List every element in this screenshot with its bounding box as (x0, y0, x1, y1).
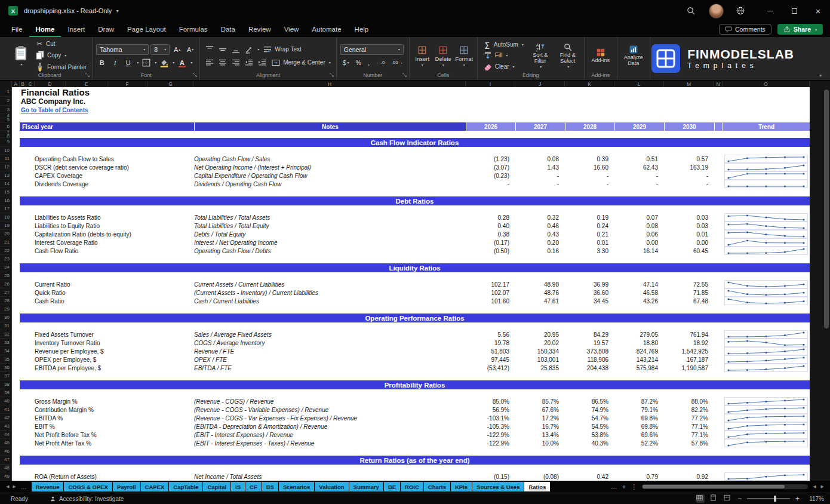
column-header-O[interactable]: O (723, 81, 810, 87)
select-all-corner[interactable] (0, 81, 12, 87)
cell-A46[interactable] (12, 447, 20, 456)
font-color-chevron[interactable]: ▾ (190, 60, 192, 64)
underline-chevron[interactable]: ▾ (137, 60, 139, 64)
row-header-1[interactable]: 1 (0, 87, 12, 97)
cell-A1[interactable] (12, 87, 20, 97)
cell-value-2026[interactable]: 0.38 (466, 230, 515, 238)
cell-value-2029[interactable]: 87.2% (614, 397, 664, 405)
header-fiscal-year[interactable]: Fiscal year (20, 122, 194, 131)
cell-ratio-label[interactable]: Dividends Coverage (20, 180, 194, 188)
row-header-14[interactable]: 14 (0, 180, 12, 188)
cell-value-2029[interactable]: 18.80 (614, 339, 664, 347)
cell-trend[interactable] (723, 238, 810, 247)
row-header-30[interactable]: 30 (0, 314, 12, 322)
cell-ratio-label[interactable]: Inventory Turnover Ratio (20, 339, 194, 347)
cell-ratio-label[interactable]: Capitalization Ratio (debts-to-equity) (20, 230, 194, 238)
excel-app-icon[interactable]: X (8, 6, 18, 16)
section-banner-profitability-ratios[interactable]: Profitability Ratios (20, 380, 810, 389)
row-header-16[interactable]: 16 (0, 196, 12, 205)
row-header-21[interactable]: 21 (0, 238, 12, 247)
cell-ratio-label[interactable]: EBIT % (20, 422, 194, 431)
new-sheet-button[interactable]: + (622, 483, 626, 490)
wrap-text-button[interactable]: Wrap Text (261, 44, 303, 55)
cell-ratio-formula[interactable]: (EBITDA - Depreciation & Amortization) /… (194, 422, 466, 431)
cell-value-2028[interactable]: 74.9% (565, 405, 614, 414)
cell-value-2030[interactable]: 60.45 (664, 247, 714, 255)
row-header-22[interactable]: 22 (0, 247, 12, 255)
cell-A17[interactable] (12, 205, 20, 213)
sheet-menu-icon[interactable]: ⋮ (631, 483, 637, 491)
cell-value-2030[interactable]: 1,190,587 (664, 364, 714, 372)
cell-value-2029[interactable]: 69.8% (614, 422, 664, 431)
cell-value-2029[interactable]: 0.06 (614, 230, 664, 238)
cell-value-2028[interactable]: 54.7% (565, 414, 614, 422)
cell-value-2028[interactable]: 0.21 (565, 230, 614, 238)
decrease-decimal-button[interactable]: .00→ (389, 57, 405, 68)
row-header-43[interactable]: 43 (0, 422, 12, 431)
cell-A34[interactable] (12, 347, 20, 355)
cell-ratio-formula[interactable]: COGS / Average Inventory (194, 339, 466, 347)
cell-value-2029[interactable]: 69.8% (614, 414, 664, 422)
insert-cells-button[interactable]: Insert▾ (413, 45, 432, 67)
cell-ratio-label[interactable]: Gross Margin % (20, 397, 194, 405)
zoom-out-button[interactable]: − (737, 494, 742, 503)
row-header-35[interactable]: 35 (0, 355, 12, 364)
row-header-34[interactable]: 34 (0, 347, 12, 355)
font-name-select[interactable]: Tahoma▾ (96, 44, 149, 55)
cell-ratio-formula[interactable]: (Current Assets - Inventory) / Current L… (194, 288, 466, 297)
cell-value-2027[interactable]: 20.02 (515, 339, 565, 347)
autosum-button[interactable]: ∑AutoSum▾ (481, 40, 525, 50)
cell-A40[interactable] (12, 397, 20, 405)
cell-value-2026[interactable]: 0.40 (466, 222, 515, 230)
menu-tab-view[interactable]: View (278, 21, 306, 37)
search-icon[interactable] (686, 6, 696, 16)
row-header-29[interactable]: 29 (0, 305, 12, 314)
section-banner-liquidity-ratios[interactable]: Liquidity Ratios (20, 263, 810, 272)
page-break-view-button[interactable] (724, 494, 732, 503)
analyze-data-button[interactable]: Analyze Data (621, 45, 646, 67)
globe-icon[interactable] (736, 6, 745, 16)
cell-value-2030[interactable]: 67.48 (664, 297, 714, 305)
cell-A30[interactable] (12, 314, 20, 322)
cell-value-2028[interactable]: - (565, 171, 614, 180)
header-year-2027[interactable]: 2027 (515, 122, 565, 131)
row-header-33[interactable]: 33 (0, 339, 12, 347)
cell-value-2027[interactable]: - (515, 180, 565, 188)
align-middle-button[interactable] (217, 44, 228, 55)
cell-ratio-label[interactable]: Quick Ratio (20, 288, 194, 297)
cell-value-2029[interactable]: 79.1% (614, 405, 664, 414)
cell-value-2028[interactable]: 118,906 (565, 355, 614, 364)
zoom-level[interactable]: 117% (805, 496, 824, 502)
cell-trend[interactable] (723, 171, 810, 180)
cell-A12[interactable] (12, 163, 20, 171)
row-header-39[interactable]: 39 (0, 389, 12, 397)
sheet-tab-cf[interactable]: CF (245, 482, 262, 491)
cell-value-2028[interactable]: 3.30 (565, 247, 614, 255)
cell-trend[interactable] (723, 155, 810, 163)
cell-value-2026[interactable]: 56.9% (466, 405, 515, 414)
cell-ratio-formula[interactable]: OPEX / FTE (194, 355, 466, 364)
cell-value-2027[interactable]: - (515, 171, 565, 180)
row-header-15[interactable]: 15 (0, 188, 12, 196)
find-select-button[interactable]: Find & Select▾ (555, 42, 580, 69)
row-header-4[interactable]: 4 (0, 114, 12, 118)
row-header-47[interactable]: 47 (0, 456, 12, 465)
cell-ratio-formula[interactable]: Net Operating Income / (Interest + Princ… (194, 163, 466, 171)
column-header-E[interactable]: E (66, 81, 107, 87)
orientation-chevron[interactable]: ▾ (257, 47, 259, 51)
cell-A48[interactable] (12, 465, 20, 472)
cell-trend[interactable] (723, 297, 810, 305)
cell-trend[interactable] (723, 288, 810, 297)
cell-value-2028[interactable]: - (565, 180, 614, 188)
row-header-25[interactable]: 25 (0, 272, 12, 280)
cell-ratio-label[interactable]: Cash Ratio (20, 297, 194, 305)
cell-ratio-formula[interactable]: Dividends / Operating Cash Flow (194, 180, 466, 188)
cell-value-2027[interactable]: 47.61 (515, 297, 565, 305)
more-sheets-icon[interactable]: … (611, 483, 617, 490)
cell-ratio-formula[interactable]: Interest / Net Operating Income (194, 238, 466, 247)
number-format-select[interactable]: General▾ (340, 44, 404, 55)
align-left-button[interactable] (204, 57, 215, 68)
scroll-right-icon[interactable]: ▶ (821, 484, 824, 489)
cell-A25[interactable] (12, 272, 20, 280)
cell-A15[interactable] (12, 188, 20, 196)
